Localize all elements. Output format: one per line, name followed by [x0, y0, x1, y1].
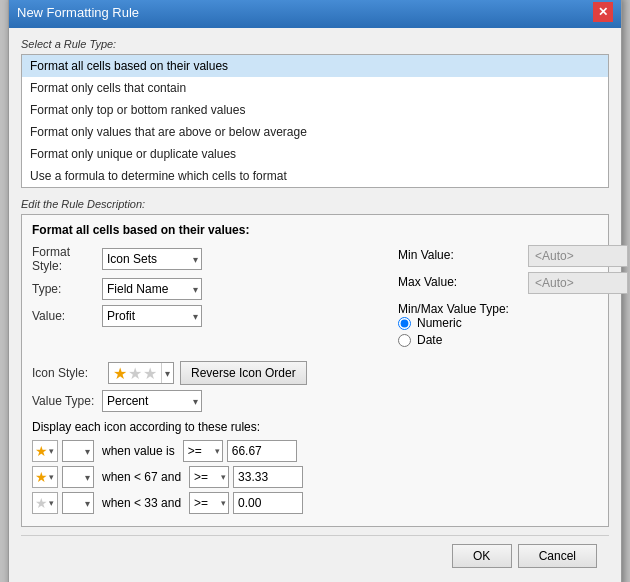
rule-operator-select-wrapper-3: >=: [189, 492, 229, 514]
rule-desc-title: Format all cells based on their values:: [32, 223, 598, 237]
type-label: Type:: [32, 282, 102, 296]
icon-rule-row-2: ★ ▾ when < 67 and >= 33.33: [32, 466, 598, 488]
rule-condition-3: when < 33 and: [98, 496, 185, 510]
value-type-label: Value Type:: [32, 394, 102, 408]
radio-numeric[interactable]: [398, 317, 411, 330]
format-style-select-wrapper: Icon Sets: [102, 248, 202, 270]
rule-type-dropdown-1[interactable]: [62, 440, 94, 462]
rule-type-list: Format all cells based on their values F…: [21, 54, 609, 188]
star-3: ★: [143, 364, 157, 383]
icon-rule-row-1: ★ ▾ when value is >= 66.67: [32, 440, 598, 462]
star-2: ★: [128, 364, 142, 383]
rule-arrow-2: ▾: [48, 472, 55, 482]
icon-style-row: Icon Style: ★ ★ ★ ▾ Reverse Icon Order: [32, 361, 598, 385]
bottom-buttons: OK Cancel: [21, 535, 609, 576]
min-value-row: Min Value:: [398, 245, 598, 267]
radio-numeric-label: Numeric: [417, 316, 462, 330]
rule-operator-select-wrapper-2: >=: [189, 466, 229, 488]
format-style-row: Format Style: Icon Sets: [32, 245, 386, 273]
rule-type-select-1: [62, 440, 94, 462]
format-style-label: Format Style:: [32, 245, 102, 273]
rule-star-3: ★: [35, 495, 48, 511]
ok-button[interactable]: OK: [452, 544, 512, 568]
rule-arrow-3: ▾: [48, 498, 55, 508]
value-row: Value: Profit: [32, 305, 386, 327]
type-select-wrapper: Field Name: [102, 278, 202, 300]
rules-display: Display each icon according to these rul…: [32, 420, 598, 514]
new-formatting-rule-dialog: New Formatting Rule ✕ Select a Rule Type…: [8, 0, 622, 582]
reverse-icon-order-button[interactable]: Reverse Icon Order: [180, 361, 307, 385]
rules-display-title: Display each icon according to these rul…: [32, 420, 598, 434]
min-value-input[interactable]: [528, 245, 628, 267]
icon-cell-1: ★ ▾: [32, 440, 58, 462]
rule-type-dropdown-2[interactable]: [62, 466, 94, 488]
minmax-type-label: Min/Max Value Type:: [398, 299, 528, 316]
value-select-wrapper: Profit: [102, 305, 202, 327]
radio-date-label: Date: [417, 333, 442, 347]
icon-rule-row-3: ★ ▾ when < 33 and >= 0.00: [32, 492, 598, 514]
icon-style-dropdown-arrow[interactable]: ▾: [161, 363, 173, 383]
rule-operator-select-1[interactable]: >=: [183, 440, 223, 462]
title-bar: New Formatting Rule ✕: [9, 0, 621, 28]
rule-operator-select-2[interactable]: >=: [189, 466, 229, 488]
radio-numeric-row: Numeric: [398, 316, 462, 330]
rule-arrow-1: ▾: [48, 446, 55, 456]
icon-cell-3: ★ ▾: [32, 492, 58, 514]
value-label: Value:: [32, 309, 102, 323]
rule-type-select-2: [62, 466, 94, 488]
rule-operator-select-3[interactable]: >=: [189, 492, 229, 514]
type-row: Type: Field Name: [32, 278, 386, 300]
max-value-label: Max Value:: [398, 272, 528, 289]
rule-value-input-3[interactable]: 0.00: [233, 492, 303, 514]
min-value-label: Min Value:: [398, 245, 528, 262]
star-1: ★: [113, 364, 127, 383]
rule-star-1: ★: [35, 443, 48, 459]
rule-star-2: ★: [35, 469, 48, 485]
value-type-select-wrapper: Percent: [102, 390, 202, 412]
right-column: Min Value: Max Value: Min/Max Value Type…: [398, 245, 598, 355]
rule-item-unique-dup[interactable]: Format only unique or duplicate values: [22, 143, 608, 165]
left-column: Format Style: Icon Sets Type: Field Nam: [32, 245, 386, 355]
minmax-type-row: Min/Max Value Type: Numeric Date: [398, 299, 598, 350]
dialog-title: New Formatting Rule: [17, 5, 139, 20]
value-select[interactable]: Profit: [102, 305, 202, 327]
rule-item-above-below[interactable]: Format only values that are above or bel…: [22, 121, 608, 143]
rule-item-formula[interactable]: Use a formula to determine which cells t…: [22, 165, 608, 187]
rule-desc-section-label: Edit the Rule Description:: [21, 198, 609, 210]
close-button[interactable]: ✕: [593, 2, 613, 22]
rule-type-section-label: Select a Rule Type:: [21, 38, 609, 50]
dialog-body: Select a Rule Type: Format all cells bas…: [9, 28, 621, 582]
rule-condition-2: when < 67 and: [98, 470, 185, 484]
value-type-select[interactable]: Percent: [102, 390, 202, 412]
rule-item-top-bottom[interactable]: Format only top or bottom ranked values: [22, 99, 608, 121]
icon-style-stars: ★ ★ ★: [109, 364, 161, 383]
rule-condition-1: when value is: [98, 444, 179, 458]
icon-style-select-wrapper[interactable]: ★ ★ ★ ▾: [108, 362, 174, 384]
rule-value-input-2[interactable]: 33.33: [233, 466, 303, 488]
radio-date-row: Date: [398, 333, 462, 347]
icon-cell-2: ★ ▾: [32, 466, 58, 488]
rule-item-all-cells[interactable]: Format all cells based on their values: [22, 55, 608, 77]
cancel-button[interactable]: Cancel: [518, 544, 597, 568]
rule-value-input-1[interactable]: 66.67: [227, 440, 297, 462]
max-value-row: Max Value:: [398, 272, 598, 294]
icon-style-label: Icon Style:: [32, 366, 102, 380]
max-value-input[interactable]: [528, 272, 628, 294]
main-content: Format Style: Icon Sets Type: Field Nam: [32, 245, 598, 355]
type-select[interactable]: Field Name: [102, 278, 202, 300]
rule-item-contain[interactable]: Format only cells that contain: [22, 77, 608, 99]
rule-operator-select-wrapper-1: >=: [183, 440, 223, 462]
radio-date[interactable]: [398, 334, 411, 347]
format-style-select[interactable]: Icon Sets: [102, 248, 202, 270]
rule-type-select-3: [62, 492, 94, 514]
rule-type-dropdown-3[interactable]: [62, 492, 94, 514]
rule-desc-section: Format all cells based on their values: …: [21, 214, 609, 527]
value-type-row: Value Type: Percent: [32, 390, 598, 412]
